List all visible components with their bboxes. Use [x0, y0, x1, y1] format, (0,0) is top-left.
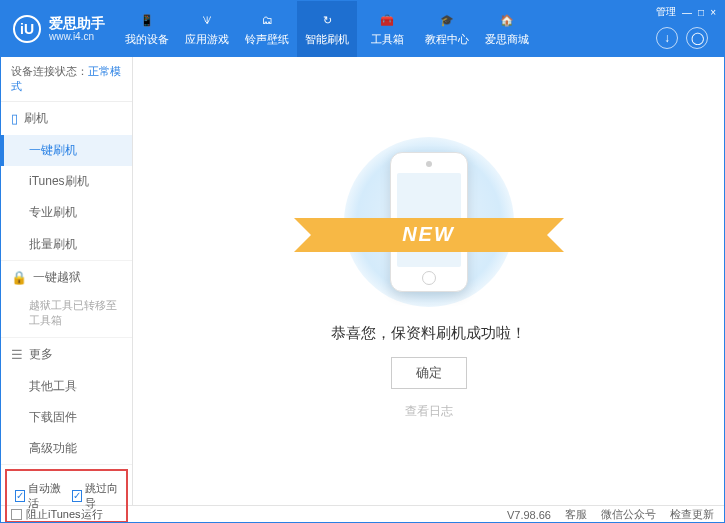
sidebar-item-advanced[interactable]: 高级功能	[1, 433, 132, 464]
connection-status: 设备连接状态：正常模式	[1, 57, 132, 102]
sidebar-item-download-firmware[interactable]: 下载固件	[1, 402, 132, 433]
section-head-flash[interactable]: ▯刷机	[1, 102, 132, 135]
view-log-link[interactable]: 查看日志	[405, 403, 453, 420]
nav-store[interactable]: 🏠爱思商城	[477, 1, 537, 57]
wechat-link[interactable]: 微信公众号	[601, 507, 656, 522]
new-ribbon: NEW	[314, 218, 544, 252]
settings-button[interactable]: 管理	[656, 5, 676, 19]
jailbreak-note: 越狱工具已转移至工具箱	[1, 294, 132, 337]
menu-icon: ☰	[11, 347, 23, 362]
section-jailbreak: 🔒一键越狱 越狱工具已转移至工具箱	[1, 261, 132, 338]
close-button[interactable]: ×	[710, 7, 716, 18]
graduate-icon: 🎓	[438, 11, 456, 29]
window-controls: 管理 — □ ×	[656, 5, 716, 19]
success-message: 恭喜您，保资料刷机成功啦！	[331, 324, 526, 343]
user-button[interactable]: ◯	[686, 27, 708, 49]
logo-icon: iU	[13, 15, 41, 43]
sidebar-item-other-tools[interactable]: 其他工具	[1, 371, 132, 402]
nav-apps-games[interactable]: ⩛应用游戏	[177, 1, 237, 57]
nav-smart-flash[interactable]: ↻智能刷机	[297, 1, 357, 57]
main-nav: 📱我的设备 ⩛应用游戏 🗂铃声壁纸 ↻智能刷机 🧰工具箱 🎓教程中心 🏠爱思商城	[117, 1, 652, 57]
section-title: 一键越狱	[33, 269, 81, 286]
section-more: ☰更多 其他工具 下载固件 高级功能	[1, 338, 132, 466]
nav-label: 工具箱	[371, 32, 404, 47]
ribbon-text: NEW	[314, 218, 544, 252]
app-url: www.i4.cn	[49, 31, 105, 42]
phone-icon: ▯	[11, 111, 18, 126]
version-label: V7.98.66	[507, 509, 551, 521]
nav-ringtone-wallpaper[interactable]: 🗂铃声壁纸	[237, 1, 297, 57]
check-icon: ✓	[15, 490, 25, 502]
checkbox-label: 阻止iTunes运行	[26, 507, 103, 522]
download-button[interactable]: ↓	[656, 27, 678, 49]
lock-icon: 🔒	[11, 270, 27, 285]
nav-label: 智能刷机	[305, 32, 349, 47]
footer-left: 阻止iTunes运行	[11, 507, 103, 522]
folder-icon: 🗂	[258, 11, 276, 29]
maximize-button[interactable]: □	[698, 7, 704, 18]
logo-area: iU 爱思助手 www.i4.cn	[1, 1, 117, 57]
sidebar: 设备连接状态：正常模式 ▯刷机 一键刷机 iTunes刷机 专业刷机 批量刷机 …	[1, 57, 133, 505]
nav-label: 我的设备	[125, 32, 169, 47]
app-header: iU 爱思助手 www.i4.cn 📱我的设备 ⩛应用游戏 🗂铃声壁纸 ↻智能刷…	[1, 1, 724, 57]
footer-right: V7.98.66 客服 微信公众号 检查更新	[507, 507, 714, 522]
main-panel: NEW 恭喜您，保资料刷机成功啦！ 确定 查看日志	[133, 57, 724, 505]
sidebar-item-itunes-flash[interactable]: iTunes刷机	[1, 166, 132, 197]
section-flash: ▯刷机 一键刷机 iTunes刷机 专业刷机 批量刷机	[1, 102, 132, 261]
nav-tutorial[interactable]: 🎓教程中心	[417, 1, 477, 57]
toolbox-icon: 🧰	[378, 11, 396, 29]
nav-label: 应用游戏	[185, 32, 229, 47]
section-title: 刷机	[24, 110, 48, 127]
nav-my-device[interactable]: 📱我的设备	[117, 1, 177, 57]
home-icon: 🏠	[498, 11, 516, 29]
sidebar-item-oneclick-flash[interactable]: 一键刷机	[1, 135, 132, 166]
device-icon: 📱	[138, 11, 156, 29]
section-title: 更多	[29, 346, 53, 363]
header-right: 管理 — □ × ↓ ◯	[652, 1, 724, 57]
content-area: 设备连接状态：正常模式 ▯刷机 一键刷机 iTunes刷机 专业刷机 批量刷机 …	[1, 57, 724, 505]
section-head-jailbreak: 🔒一键越狱	[1, 261, 132, 294]
ok-button[interactable]: 确定	[391, 357, 467, 389]
minimize-button[interactable]: —	[682, 7, 692, 18]
check-update-link[interactable]: 检查更新	[670, 507, 714, 522]
status-label: 设备连接状态：	[11, 65, 88, 77]
section-head-more[interactable]: ☰更多	[1, 338, 132, 371]
customer-service-link[interactable]: 客服	[565, 507, 587, 522]
nav-label: 铃声壁纸	[245, 32, 289, 47]
success-illustration: NEW	[334, 142, 524, 302]
apps-icon: ⩛	[198, 11, 216, 29]
nav-label: 爱思商城	[485, 32, 529, 47]
nav-label: 教程中心	[425, 32, 469, 47]
sidebar-item-pro-flash[interactable]: 专业刷机	[1, 197, 132, 228]
checkbox-icon	[11, 509, 22, 520]
app-name: 爱思助手	[49, 16, 105, 31]
nav-toolbox[interactable]: 🧰工具箱	[357, 1, 417, 57]
refresh-icon: ↻	[318, 11, 336, 29]
sidebar-item-batch-flash[interactable]: 批量刷机	[1, 229, 132, 260]
checkbox-block-itunes[interactable]: 阻止iTunes运行	[11, 507, 103, 522]
check-icon: ✓	[72, 490, 82, 502]
